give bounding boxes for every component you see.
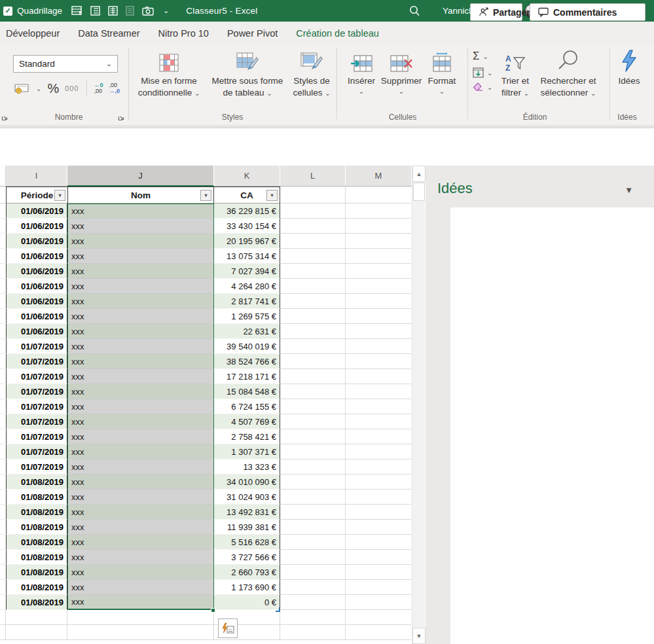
name-cell-selected[interactable]: xxx [67, 429, 214, 444]
cell-m[interactable] [346, 279, 411, 294]
column-header-edge[interactable] [0, 166, 6, 186]
column-header-i[interactable]: I [6, 166, 67, 186]
cell-edge[interactable] [0, 444, 6, 459]
ca-cell[interactable]: 5 516 628 € [214, 535, 280, 550]
cell-edge[interactable] [0, 459, 6, 474]
table-grid-icon[interactable] [90, 6, 100, 16]
ca-cell[interactable]: 39 540 019 € [214, 339, 280, 354]
period-cell[interactable]: 01/06/2019 [6, 249, 67, 264]
period-cell[interactable]: 01/08/2019 [6, 565, 67, 580]
vertical-scrollbar[interactable]: ▲ ▼ [412, 166, 425, 644]
tab-power-pivot[interactable]: Power Pivot [227, 28, 278, 39]
cell-l[interactable] [280, 354, 346, 369]
cell-m[interactable] [346, 490, 411, 505]
ca-cell[interactable]: 13 323 € [214, 459, 280, 474]
cell-l[interactable] [280, 535, 346, 550]
cell-edge[interactable] [0, 279, 6, 294]
cell-edge[interactable] [0, 399, 6, 414]
name-cell-selected[interactable]: xxx [67, 399, 214, 414]
search-icon[interactable] [409, 5, 420, 17]
increase-decimal-button[interactable]: ←0,00 [94, 82, 103, 95]
cell-edge[interactable] [0, 550, 6, 565]
cell[interactable] [6, 610, 67, 625]
tab-data-streamer[interactable]: Data Streamer [78, 28, 139, 39]
period-cell[interactable]: 01/07/2019 [6, 354, 67, 369]
quadrillage-checkbox[interactable]: ✓ [3, 7, 12, 16]
cell-m[interactable] [346, 474, 411, 490]
chevron-down-icon[interactable]: ⌄ [36, 85, 41, 92]
pane-chevron-down-icon[interactable]: ▼ [625, 185, 633, 195]
period-cell[interactable]: 01/08/2019 [6, 490, 67, 505]
name-cell-selected[interactable]: xxx [67, 279, 214, 294]
cell-l[interactable] [280, 429, 346, 444]
cell-m[interactable] [346, 505, 411, 520]
period-cell[interactable]: 01/06/2019 [6, 219, 67, 234]
cell-edge[interactable] [0, 414, 6, 429]
header-nom[interactable]: Nom ▾ [67, 187, 214, 204]
ca-cell[interactable]: 6 724 155 € [214, 399, 280, 414]
cell-l[interactable] [280, 459, 346, 474]
period-cell[interactable]: 01/08/2019 [6, 474, 67, 490]
ca-cell[interactable]: 4 264 280 € [214, 279, 280, 294]
column-header-l[interactable]: L [280, 166, 346, 186]
ca-cell[interactable]: 13 075 314 € [214, 249, 280, 264]
ca-cell[interactable]: 7 027 394 € [214, 264, 280, 279]
name-cell-selected[interactable]: xxx [67, 444, 214, 459]
cell-edge[interactable] [0, 490, 6, 505]
name-cell-selected[interactable]: xxx [67, 414, 214, 429]
name-cell-selected[interactable]: xxx [67, 309, 214, 324]
period-cell[interactable]: 01/08/2019 [6, 595, 67, 610]
qat-customize-chevron-icon[interactable]: ⌄ [163, 7, 169, 14]
name-cell-selected[interactable]: xxx [67, 490, 214, 505]
ca-cell[interactable]: 2 660 793 € [214, 565, 280, 580]
cell-l[interactable] [280, 339, 346, 354]
sort-filter-button[interactable]: AZ Trier et filtrer ⌄ [496, 48, 534, 98]
period-cell[interactable]: 01/06/2019 [6, 264, 67, 279]
cell-m[interactable] [346, 565, 411, 580]
name-cell-selected[interactable]: xxx [67, 339, 214, 354]
conditional-formatting-button[interactable]: Mise en forme conditionnelle ⌄ [131, 48, 207, 98]
scroll-down-icon[interactable]: ▼ [412, 628, 426, 644]
ca-cell[interactable]: 31 024 903 € [214, 490, 280, 505]
cell-l[interactable] [280, 595, 346, 610]
name-cell-selected[interactable]: xxx [67, 580, 214, 595]
cell-edge[interactable] [0, 339, 6, 354]
cell-edge[interactable] [0, 309, 6, 324]
insert-cells-button[interactable]: Insérer ⌄ [346, 48, 377, 96]
cell-m[interactable] [346, 294, 411, 309]
cell-m[interactable] [346, 550, 411, 565]
ca-cell[interactable]: 11 939 381 € [214, 520, 280, 535]
filter-dropdown-icon[interactable]: ▾ [54, 190, 65, 201]
name-cell-selected[interactable]: xxx [67, 354, 214, 369]
cell-l[interactable] [280, 264, 346, 279]
name-cell-selected[interactable]: xxx [67, 204, 214, 219]
cell-m[interactable] [346, 204, 411, 219]
cell-m[interactable] [346, 414, 411, 429]
period-cell[interactable]: 01/06/2019 [6, 309, 67, 324]
name-cell-selected[interactable]: xxx [67, 384, 214, 399]
comments-button[interactable]: Commentaires [530, 3, 645, 21]
cell[interactable] [346, 625, 411, 640]
cell-edge[interactable] [0, 474, 6, 490]
quick-analysis-button[interactable] [218, 618, 238, 638]
ca-cell[interactable]: 20 195 967 € [214, 234, 280, 249]
name-cell-selected[interactable]: xxx [67, 264, 214, 279]
share-button[interactable]: Partager [470, 3, 522, 21]
cell-m[interactable] [346, 535, 411, 550]
ca-cell[interactable]: 4 507 769 € [214, 414, 280, 429]
name-cell-selected[interactable]: xxx [67, 249, 214, 264]
cell-l[interactable] [280, 249, 346, 264]
cell[interactable] [346, 610, 411, 625]
period-cell[interactable]: 01/08/2019 [6, 535, 67, 550]
ca-cell[interactable]: 22 631 € [214, 324, 280, 339]
cell-l[interactable] [280, 505, 346, 520]
name-cell-selected[interactable]: xxx [67, 474, 214, 490]
filter-dropdown-icon[interactable]: ▾ [266, 190, 278, 201]
cell-l[interactable] [280, 204, 346, 219]
period-cell[interactable]: 01/08/2019 [6, 580, 67, 595]
decrease-decimal-button[interactable]: ,00→,0 [109, 82, 120, 95]
cell-l[interactable] [280, 474, 346, 490]
camera-icon[interactable] [142, 7, 154, 16]
cell-l[interactable] [280, 234, 346, 249]
ideas-button[interactable]: Idées [611, 48, 647, 87]
